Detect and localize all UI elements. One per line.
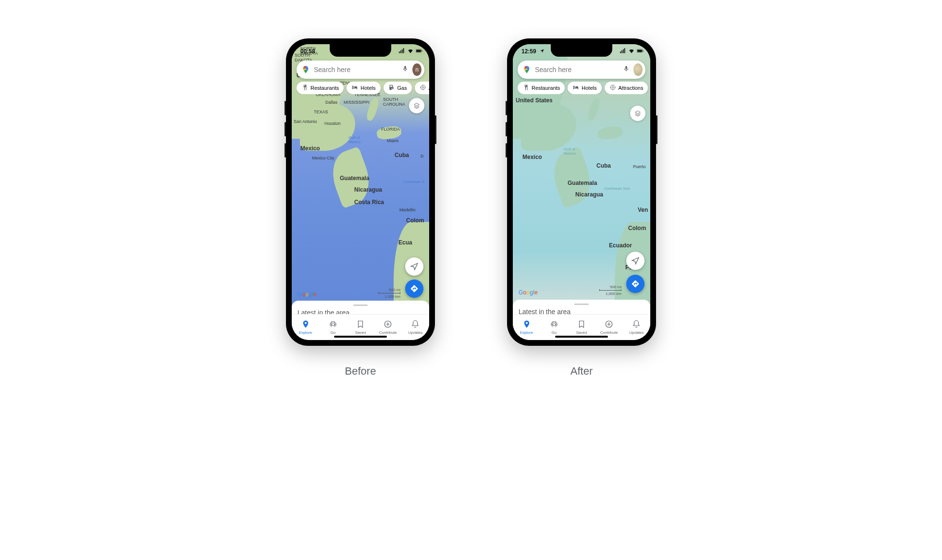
svg-point-22 <box>612 86 614 88</box>
chip-hotels[interactable]: Hotels <box>568 82 601 94</box>
chip-attractions[interactable]: Attractions <box>605 82 648 94</box>
layers-icon <box>634 110 641 117</box>
map-label: Nicaragua <box>575 191 603 198</box>
sheet-handle[interactable] <box>353 304 368 306</box>
map-label: Medellin <box>399 207 416 212</box>
svg-rect-6 <box>421 50 422 51</box>
map-label: Guatemala <box>340 175 369 182</box>
search-input[interactable] <box>314 66 398 73</box>
status-time: 12:59 <box>521 48 536 55</box>
contribute-icon <box>605 320 613 329</box>
signal-icon <box>398 48 405 56</box>
google-watermark: Google <box>519 289 538 296</box>
chip-attraction[interactable]: Attraction <box>415 82 429 94</box>
layers-button[interactable] <box>409 98 424 113</box>
chip-label: Attractions <box>619 85 644 91</box>
mic-icon[interactable] <box>623 65 630 74</box>
scale-bar: 500 mi1,000 km <box>599 285 621 296</box>
hotels-icon <box>572 84 579 92</box>
map-label: D <box>421 154 424 158</box>
wifi-icon <box>407 48 414 56</box>
svg-rect-3 <box>403 48 404 53</box>
map-label: Caribbean Sea <box>604 186 630 191</box>
svg-rect-15 <box>621 50 622 53</box>
home-indicator[interactable] <box>555 336 608 338</box>
svg-point-11 <box>331 324 332 325</box>
search-input[interactable] <box>535 66 619 73</box>
bottom-sheet[interactable]: Latest in the area <box>513 300 650 314</box>
battery-icon <box>637 48 644 56</box>
screen-before: NORTH DAKOTASOUTH DAKOTAUnited StatesTEN… <box>292 44 429 340</box>
chip-label: Hotels <box>360 85 375 91</box>
mic-icon[interactable] <box>402 65 409 74</box>
map-label: Houston <box>324 121 341 126</box>
updates-icon <box>632 320 641 329</box>
map-label: Puerto <box>633 164 646 169</box>
category-chips-after: RestaurantsHotelsAttractions <box>518 82 650 94</box>
map-label: Mexico <box>522 154 542 160</box>
chip-restaurants[interactable]: Restaurants <box>297 82 344 94</box>
nav-explore[interactable]: Explore <box>292 315 319 340</box>
nav-updates[interactable]: Updates <box>402 315 429 340</box>
svg-point-12 <box>334 324 335 325</box>
gas-icon <box>388 84 395 92</box>
map-label: Ven <box>638 207 648 213</box>
bottom-sheet[interactable]: Latest in the area... <box>292 301 429 314</box>
svg-rect-16 <box>623 49 624 53</box>
map-label: Gulf of Mexico <box>564 147 576 156</box>
saved-icon <box>356 320 365 329</box>
directions-button[interactable] <box>405 280 423 298</box>
nav-explore[interactable]: Explore <box>513 315 540 340</box>
chip-gas[interactable]: Gas <box>384 82 412 94</box>
scale-bar: 500 mi1,000 km <box>378 288 400 299</box>
nav-label: Explore <box>299 330 312 335</box>
nav-label: Go <box>551 330 557 335</box>
map-label: Mexico City <box>312 156 335 160</box>
map-label: Ecuador <box>609 242 632 249</box>
search-bar[interactable]: n <box>297 61 424 79</box>
map-label: Ecua <box>398 239 412 246</box>
go-icon <box>550 320 558 329</box>
map-label: Guatemala <box>568 180 597 186</box>
map-label: Costa Rica <box>354 199 384 206</box>
location-arrow-icon <box>631 256 640 265</box>
status-time: 00:58 <box>300 48 315 55</box>
nav-label: Updates <box>630 330 644 335</box>
google-maps-logo-icon <box>522 65 531 74</box>
nav-updates[interactable]: Updates <box>623 315 650 340</box>
chip-label: Restaurants <box>310 85 339 91</box>
svg-rect-14 <box>620 51 621 53</box>
locate-button[interactable] <box>405 257 423 276</box>
screen-after: United StatesGulf of MexicoMexicoCubaPue… <box>513 44 650 340</box>
chip-restaurants[interactable]: Restaurants <box>518 82 565 94</box>
profile-avatar[interactable] <box>633 63 643 76</box>
sheet-handle[interactable] <box>574 304 589 305</box>
svg-point-23 <box>610 85 615 89</box>
layers-button[interactable] <box>630 106 645 121</box>
profile-avatar[interactable]: n <box>412 63 421 76</box>
wifi-icon <box>628 48 635 56</box>
locate-button[interactable] <box>626 252 645 270</box>
svg-point-26 <box>555 324 556 325</box>
nav-label: Contribute <box>379 330 397 335</box>
go-icon <box>329 320 337 329</box>
notch <box>551 44 612 57</box>
map-label: SOUTH CAROLINA <box>383 97 405 107</box>
search-bar[interactable] <box>518 61 645 79</box>
directions-button[interactable] <box>626 275 645 293</box>
location-services-icon <box>540 48 545 55</box>
saved-icon <box>577 320 586 329</box>
hotels-icon <box>351 84 358 92</box>
svg-rect-0 <box>399 51 400 53</box>
google-watermark: Google <box>297 291 317 298</box>
map-label: Colom <box>406 217 424 224</box>
layers-icon <box>413 102 420 109</box>
map-label: Nicaragua <box>354 186 382 193</box>
chip-hotels[interactable]: Hotels <box>347 82 380 94</box>
svg-rect-19 <box>637 49 642 51</box>
attractions-icon <box>609 84 616 92</box>
home-indicator[interactable] <box>334 336 387 338</box>
restaurants-icon <box>522 84 529 92</box>
map-label: Miami <box>387 138 398 143</box>
directions-icon <box>410 284 419 293</box>
